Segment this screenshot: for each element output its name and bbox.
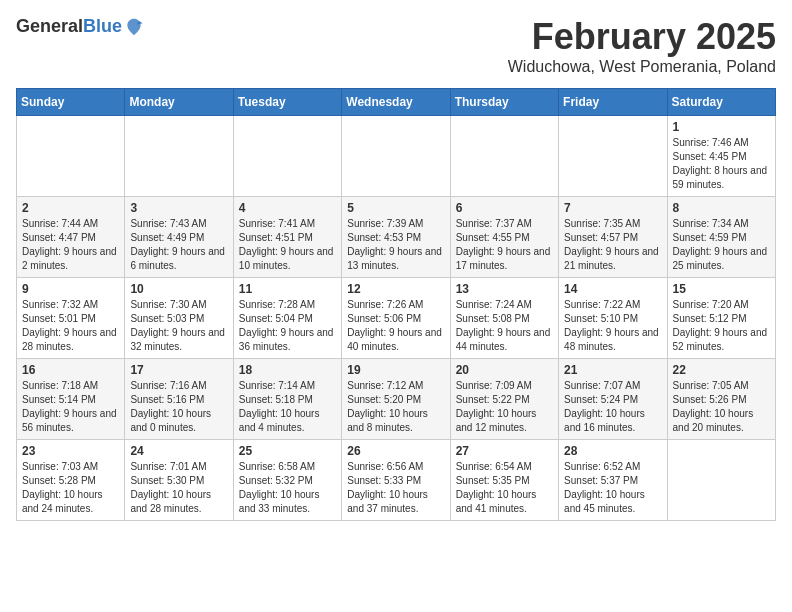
day-info: Sunrise: 7:03 AM Sunset: 5:28 PM Dayligh… <box>22 460 119 516</box>
calendar-cell <box>342 116 450 197</box>
day-info: Sunrise: 7:30 AM Sunset: 5:03 PM Dayligh… <box>130 298 227 354</box>
day-number: 18 <box>239 363 336 377</box>
calendar-cell: 17Sunrise: 7:16 AM Sunset: 5:16 PM Dayli… <box>125 359 233 440</box>
calendar-cell <box>559 116 667 197</box>
logo-blue: Blue <box>83 16 122 36</box>
weekday-header-sunday: Sunday <box>17 89 125 116</box>
day-info: Sunrise: 7:16 AM Sunset: 5:16 PM Dayligh… <box>130 379 227 435</box>
day-info: Sunrise: 7:07 AM Sunset: 5:24 PM Dayligh… <box>564 379 661 435</box>
day-number: 21 <box>564 363 661 377</box>
day-number: 4 <box>239 201 336 215</box>
day-number: 20 <box>456 363 553 377</box>
month-title: February 2025 <box>508 16 776 58</box>
calendar-cell: 7Sunrise: 7:35 AM Sunset: 4:57 PM Daylig… <box>559 197 667 278</box>
calendar-table: SundayMondayTuesdayWednesdayThursdayFrid… <box>16 88 776 521</box>
logo: GeneralBlue <box>16 16 144 38</box>
day-number: 8 <box>673 201 770 215</box>
logo-general: General <box>16 16 83 36</box>
calendar-cell <box>450 116 558 197</box>
day-number: 1 <box>673 120 770 134</box>
day-info: Sunrise: 6:58 AM Sunset: 5:32 PM Dayligh… <box>239 460 336 516</box>
calendar-week-row: 9Sunrise: 7:32 AM Sunset: 5:01 PM Daylig… <box>17 278 776 359</box>
calendar-cell: 22Sunrise: 7:05 AM Sunset: 5:26 PM Dayli… <box>667 359 775 440</box>
calendar-week-row: 1Sunrise: 7:46 AM Sunset: 4:45 PM Daylig… <box>17 116 776 197</box>
day-info: Sunrise: 7:26 AM Sunset: 5:06 PM Dayligh… <box>347 298 444 354</box>
calendar-cell: 1Sunrise: 7:46 AM Sunset: 4:45 PM Daylig… <box>667 116 775 197</box>
day-number: 27 <box>456 444 553 458</box>
weekday-header-row: SundayMondayTuesdayWednesdayThursdayFrid… <box>17 89 776 116</box>
day-info: Sunrise: 7:44 AM Sunset: 4:47 PM Dayligh… <box>22 217 119 273</box>
calendar-cell <box>125 116 233 197</box>
day-number: 14 <box>564 282 661 296</box>
day-info: Sunrise: 7:09 AM Sunset: 5:22 PM Dayligh… <box>456 379 553 435</box>
calendar-week-row: 23Sunrise: 7:03 AM Sunset: 5:28 PM Dayli… <box>17 440 776 521</box>
calendar-cell: 18Sunrise: 7:14 AM Sunset: 5:18 PM Dayli… <box>233 359 341 440</box>
calendar-cell: 25Sunrise: 6:58 AM Sunset: 5:32 PM Dayli… <box>233 440 341 521</box>
calendar-cell: 9Sunrise: 7:32 AM Sunset: 5:01 PM Daylig… <box>17 278 125 359</box>
calendar-cell: 6Sunrise: 7:37 AM Sunset: 4:55 PM Daylig… <box>450 197 558 278</box>
calendar-cell: 2Sunrise: 7:44 AM Sunset: 4:47 PM Daylig… <box>17 197 125 278</box>
calendar-cell <box>667 440 775 521</box>
calendar-cell: 10Sunrise: 7:30 AM Sunset: 5:03 PM Dayli… <box>125 278 233 359</box>
day-number: 25 <box>239 444 336 458</box>
calendar-cell: 3Sunrise: 7:43 AM Sunset: 4:49 PM Daylig… <box>125 197 233 278</box>
calendar-cell: 14Sunrise: 7:22 AM Sunset: 5:10 PM Dayli… <box>559 278 667 359</box>
calendar-cell: 16Sunrise: 7:18 AM Sunset: 5:14 PM Dayli… <box>17 359 125 440</box>
logo-icon <box>124 17 144 37</box>
day-info: Sunrise: 7:12 AM Sunset: 5:20 PM Dayligh… <box>347 379 444 435</box>
calendar-cell: 19Sunrise: 7:12 AM Sunset: 5:20 PM Dayli… <box>342 359 450 440</box>
weekday-header-tuesday: Tuesday <box>233 89 341 116</box>
day-number: 11 <box>239 282 336 296</box>
day-number: 5 <box>347 201 444 215</box>
day-number: 16 <box>22 363 119 377</box>
calendar-cell <box>17 116 125 197</box>
day-info: Sunrise: 6:56 AM Sunset: 5:33 PM Dayligh… <box>347 460 444 516</box>
day-number: 24 <box>130 444 227 458</box>
location: Widuchowa, West Pomerania, Poland <box>508 58 776 76</box>
day-info: Sunrise: 7:39 AM Sunset: 4:53 PM Dayligh… <box>347 217 444 273</box>
weekday-header-wednesday: Wednesday <box>342 89 450 116</box>
day-number: 19 <box>347 363 444 377</box>
day-info: Sunrise: 7:20 AM Sunset: 5:12 PM Dayligh… <box>673 298 770 354</box>
day-info: Sunrise: 7:05 AM Sunset: 5:26 PM Dayligh… <box>673 379 770 435</box>
calendar-cell: 26Sunrise: 6:56 AM Sunset: 5:33 PM Dayli… <box>342 440 450 521</box>
day-number: 6 <box>456 201 553 215</box>
day-info: Sunrise: 7:46 AM Sunset: 4:45 PM Dayligh… <box>673 136 770 192</box>
calendar-cell: 12Sunrise: 7:26 AM Sunset: 5:06 PM Dayli… <box>342 278 450 359</box>
calendar-week-row: 2Sunrise: 7:44 AM Sunset: 4:47 PM Daylig… <box>17 197 776 278</box>
calendar-cell: 24Sunrise: 7:01 AM Sunset: 5:30 PM Dayli… <box>125 440 233 521</box>
weekday-header-saturday: Saturday <box>667 89 775 116</box>
calendar-cell: 4Sunrise: 7:41 AM Sunset: 4:51 PM Daylig… <box>233 197 341 278</box>
calendar-cell: 5Sunrise: 7:39 AM Sunset: 4:53 PM Daylig… <box>342 197 450 278</box>
day-number: 26 <box>347 444 444 458</box>
day-info: Sunrise: 7:43 AM Sunset: 4:49 PM Dayligh… <box>130 217 227 273</box>
day-info: Sunrise: 7:28 AM Sunset: 5:04 PM Dayligh… <box>239 298 336 354</box>
calendar-cell: 8Sunrise: 7:34 AM Sunset: 4:59 PM Daylig… <box>667 197 775 278</box>
day-number: 15 <box>673 282 770 296</box>
weekday-header-thursday: Thursday <box>450 89 558 116</box>
day-info: Sunrise: 7:14 AM Sunset: 5:18 PM Dayligh… <box>239 379 336 435</box>
day-number: 17 <box>130 363 227 377</box>
calendar-cell: 11Sunrise: 7:28 AM Sunset: 5:04 PM Dayli… <box>233 278 341 359</box>
calendar-cell: 20Sunrise: 7:09 AM Sunset: 5:22 PM Dayli… <box>450 359 558 440</box>
day-info: Sunrise: 7:18 AM Sunset: 5:14 PM Dayligh… <box>22 379 119 435</box>
day-number: 23 <box>22 444 119 458</box>
day-number: 2 <box>22 201 119 215</box>
day-number: 22 <box>673 363 770 377</box>
day-info: Sunrise: 7:37 AM Sunset: 4:55 PM Dayligh… <box>456 217 553 273</box>
day-info: Sunrise: 7:24 AM Sunset: 5:08 PM Dayligh… <box>456 298 553 354</box>
weekday-header-monday: Monday <box>125 89 233 116</box>
day-number: 9 <box>22 282 119 296</box>
day-info: Sunrise: 7:34 AM Sunset: 4:59 PM Dayligh… <box>673 217 770 273</box>
weekday-header-friday: Friday <box>559 89 667 116</box>
day-info: Sunrise: 7:32 AM Sunset: 5:01 PM Dayligh… <box>22 298 119 354</box>
day-info: Sunrise: 7:35 AM Sunset: 4:57 PM Dayligh… <box>564 217 661 273</box>
day-number: 10 <box>130 282 227 296</box>
calendar-cell: 15Sunrise: 7:20 AM Sunset: 5:12 PM Dayli… <box>667 278 775 359</box>
title-block: February 2025 Widuchowa, West Pomerania,… <box>508 16 776 76</box>
calendar-cell: 28Sunrise: 6:52 AM Sunset: 5:37 PM Dayli… <box>559 440 667 521</box>
calendar-cell: 23Sunrise: 7:03 AM Sunset: 5:28 PM Dayli… <box>17 440 125 521</box>
calendar-cell: 27Sunrise: 6:54 AM Sunset: 5:35 PM Dayli… <box>450 440 558 521</box>
day-info: Sunrise: 6:52 AM Sunset: 5:37 PM Dayligh… <box>564 460 661 516</box>
calendar-week-row: 16Sunrise: 7:18 AM Sunset: 5:14 PM Dayli… <box>17 359 776 440</box>
